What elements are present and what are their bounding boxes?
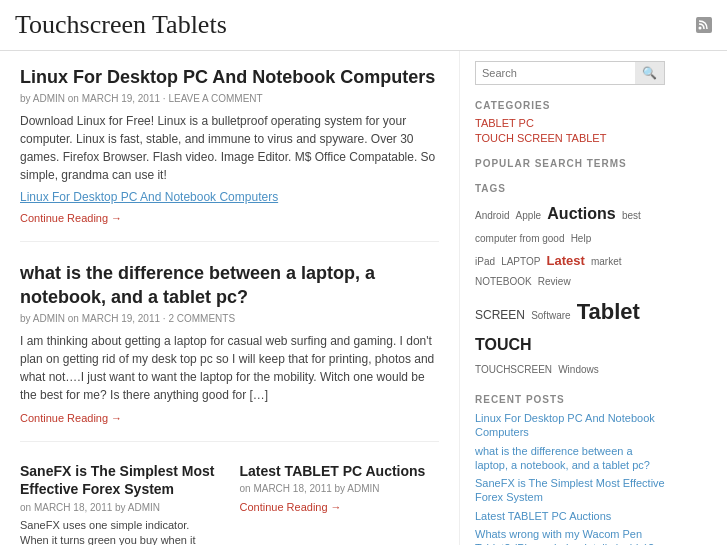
- recent-posts-title: RECENT POSTS: [475, 394, 665, 405]
- tag-laptop[interactable]: LAPTOP: [501, 256, 540, 267]
- mini-post-2-continue[interactable]: Continue Reading →: [240, 501, 342, 513]
- category-tablet-pc[interactable]: TABLET PC: [475, 117, 665, 129]
- tag-latest[interactable]: Latest: [547, 253, 585, 268]
- post-1-title[interactable]: Linux For Desktop PC And Notebook Comput…: [20, 66, 439, 89]
- tag-auctions[interactable]: Auctions: [547, 205, 615, 222]
- recent-post-1[interactable]: what is the difference between a laptop,…: [475, 444, 665, 473]
- tags-cloud: Android Apple Auctions best computer fro…: [475, 200, 665, 380]
- recent-post-4[interactable]: Whats wrong with my Wacom Pen Tablet? (P…: [475, 527, 665, 545]
- tag-touchscreen[interactable]: TOUCHSCREEN: [475, 364, 552, 375]
- categories-section: CATEGORIES TABLET PC TOUCH SCREEN TABLET: [475, 100, 665, 144]
- post-1: Linux For Desktop PC And Notebook Comput…: [20, 66, 439, 242]
- tags-section: TAGS Android Apple Auctions best compute…: [475, 183, 665, 380]
- mini-post-2: Latest TABLET PC Auctions on MARCH 18, 2…: [240, 462, 440, 545]
- tag-notebook[interactable]: NOTEBOOK: [475, 276, 532, 287]
- svg-point-1: [699, 27, 702, 30]
- rss-icon[interactable]: [696, 17, 712, 33]
- post-2: what is the difference between a laptop,…: [20, 262, 439, 442]
- mini-post-1: SaneFX is The Simplest Most Effective Fo…: [20, 462, 220, 545]
- post-2-body: I am thinking about getting a laptop for…: [20, 332, 439, 404]
- tag-tablet[interactable]: Tablet: [577, 299, 640, 324]
- popular-terms-title: POPULAR SEARCH TERMS: [475, 158, 665, 169]
- mini-post-2-title[interactable]: Latest TABLET PC Auctions: [240, 462, 440, 480]
- category-touch-screen[interactable]: TOUCH SCREEN TABLET: [475, 132, 665, 144]
- post-2-title[interactable]: what is the difference between a laptop,…: [20, 262, 439, 309]
- post-1-continue[interactable]: Continue Reading →: [20, 212, 122, 224]
- recent-post-3[interactable]: Latest TABLET PC Auctions: [475, 509, 665, 523]
- site-title: Touchscreen Tablets: [15, 10, 227, 40]
- mini-post-1-meta: on MARCH 18, 2011 by ADMIN: [20, 502, 220, 513]
- categories-title: CATEGORIES: [475, 100, 665, 111]
- search-button[interactable]: 🔍: [635, 62, 664, 84]
- recent-posts-section: RECENT POSTS Linux For Desktop PC And No…: [475, 394, 665, 545]
- search-bar[interactable]: 🔍: [475, 61, 665, 85]
- search-input[interactable]: [476, 62, 635, 84]
- mini-post-1-body: SaneFX uses one simple indicator. When i…: [20, 518, 220, 545]
- mini-post-1-title[interactable]: SaneFX is The Simplest Most Effective Fo…: [20, 462, 220, 498]
- tag-ipad[interactable]: iPad: [475, 256, 495, 267]
- post-1-inner-link[interactable]: Linux For Desktop PC And Notebook Comput…: [20, 190, 439, 204]
- tags-title: TAGS: [475, 183, 665, 194]
- tag-review[interactable]: Review: [538, 276, 571, 287]
- tag-market[interactable]: market: [591, 256, 622, 267]
- tag-apple[interactable]: Apple: [516, 210, 542, 221]
- tag-windows[interactable]: Windows: [558, 364, 599, 375]
- tag-screen[interactable]: SCREEN: [475, 308, 525, 322]
- mini-post-2-meta: on MARCH 18, 2011 by ADMIN: [240, 483, 440, 494]
- tag-help[interactable]: Help: [571, 233, 592, 244]
- post-2-continue[interactable]: Continue Reading →: [20, 412, 122, 424]
- recent-post-0[interactable]: Linux For Desktop PC And Notebook Comput…: [475, 411, 665, 440]
- post-2-meta: by ADMIN on MARCH 19, 2011 · 2 COMMENTS: [20, 313, 439, 324]
- tag-software[interactable]: Software: [531, 310, 570, 321]
- tag-android[interactable]: Android: [475, 210, 509, 221]
- tag-touch[interactable]: TOUCH: [475, 336, 532, 353]
- recent-post-2[interactable]: SaneFX is The Simplest Most Effective Fo…: [475, 476, 665, 505]
- popular-terms-section: POPULAR SEARCH TERMS: [475, 158, 665, 169]
- post-1-meta: by ADMIN on MARCH 19, 2011 · LEAVE A COM…: [20, 93, 439, 104]
- mini-posts-row: SaneFX is The Simplest Most Effective Fo…: [20, 462, 439, 545]
- post-1-body: Download Linux for Free! Linux is a bull…: [20, 112, 439, 184]
